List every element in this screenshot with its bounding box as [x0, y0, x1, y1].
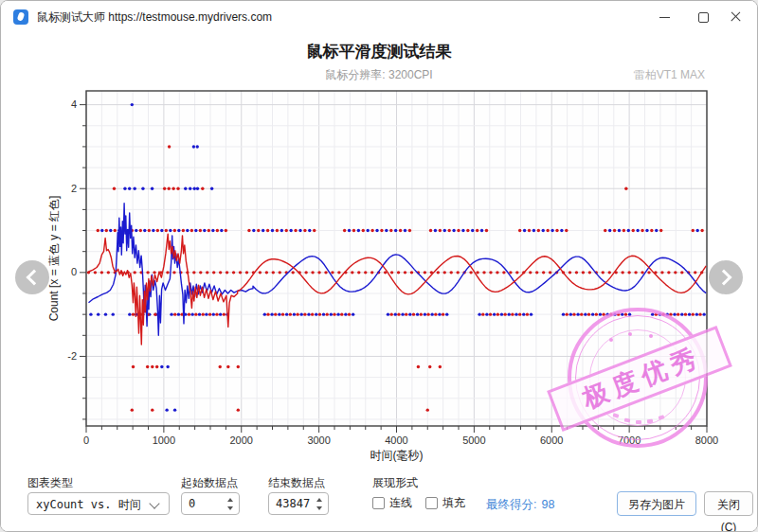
device-name-label: 雷柏VT1 MAX	[634, 67, 705, 83]
page-title: 鼠标平滑度测试结果	[1, 41, 757, 62]
app-window: 鼠标测试大师 https://testmouse.mydrivers.com 鼠…	[0, 0, 758, 532]
svg-text:4000: 4000	[385, 434, 407, 446]
svg-text:2000: 2000	[230, 434, 253, 446]
maximize-icon	[698, 12, 709, 23]
chevron-down-icon	[149, 498, 159, 508]
close-button[interactable]: 关闭(C)	[704, 491, 753, 516]
svg-text:Count [x = 蓝色 y = 红色]: Count [x = 蓝色 y = 红色]	[47, 196, 61, 322]
display-mode-label: 展现形式	[372, 475, 418, 491]
close-window-button[interactable]	[721, 1, 749, 33]
app-icon	[13, 9, 28, 25]
connect-lines-option[interactable]: 连线	[372, 495, 412, 511]
end-spin-down-button[interactable]	[312, 504, 326, 512]
svg-text:0: 0	[83, 434, 89, 446]
svg-text:7000: 7000	[618, 434, 641, 446]
chevron-right-icon	[716, 270, 732, 286]
spin-up-icon	[227, 498, 233, 502]
end-point-label: 结束数据点	[268, 475, 325, 491]
score-label: 最终得分:	[486, 498, 536, 511]
spin-down-icon	[227, 506, 233, 510]
line-checkbox[interactable]	[372, 497, 385, 509]
svg-text:3000: 3000	[307, 434, 330, 446]
start-point-input[interactable]: 0	[181, 492, 240, 515]
end-point-input[interactable]: 43847	[268, 492, 329, 515]
maximize-button[interactable]	[689, 1, 717, 33]
prev-result-button[interactable]	[15, 260, 49, 294]
end-point-value: 43847	[276, 493, 310, 514]
svg-text:1000: 1000	[153, 434, 175, 446]
final-score: 最终得分:98	[486, 497, 554, 513]
line-checkbox-label: 连线	[389, 495, 412, 511]
chart-type-select[interactable]: xyCount vs. 时间	[27, 492, 170, 515]
spin-down-icon	[316, 506, 322, 510]
svg-text:2: 2	[71, 183, 77, 194]
fill-checkbox-label: 填充	[442, 495, 465, 511]
chevron-left-icon	[27, 270, 43, 286]
score-value: 98	[541, 498, 554, 511]
svg-text:5000: 5000	[462, 434, 485, 446]
minimize-button[interactable]	[651, 1, 679, 33]
spin-up-icon	[316, 498, 322, 502]
start-spin-down-button[interactable]	[223, 504, 237, 512]
svg-text:-2: -2	[67, 350, 77, 362]
svg-text:4: 4	[71, 98, 77, 110]
svg-text:6000: 6000	[540, 434, 563, 446]
chart-type-label: 图表类型	[27, 475, 73, 491]
window-title: 鼠标测试大师 https://testmouse.mydrivers.com	[37, 1, 272, 33]
footer-toolbar: 图表类型 xyCount vs. 时间 起始数据点 0 结束数据点 43847 …	[1, 470, 757, 531]
fill-checkbox[interactable]	[425, 497, 438, 509]
chart-type-value: xyCount vs. 时间	[36, 498, 141, 511]
start-point-label: 起始数据点	[181, 475, 238, 491]
smoothness-chart: 010002000300040005000600070008000-2024时间…	[1, 84, 758, 465]
end-spin-up-button[interactable]	[312, 495, 326, 504]
save-as-image-button[interactable]: 另存为图片	[617, 491, 696, 516]
svg-text:8000: 8000	[695, 434, 718, 446]
svg-text:0: 0	[71, 266, 77, 277]
next-result-button[interactable]	[709, 260, 743, 294]
svg-text:时间(毫秒): 时间(毫秒)	[370, 449, 424, 462]
fill-option[interactable]: 填充	[425, 495, 465, 511]
start-point-value: 0	[189, 493, 195, 514]
minimize-icon	[659, 17, 670, 18]
titlebar: 鼠标测试大师 https://testmouse.mydrivers.com	[1, 1, 757, 33]
start-spin-up-button[interactable]	[223, 495, 237, 504]
